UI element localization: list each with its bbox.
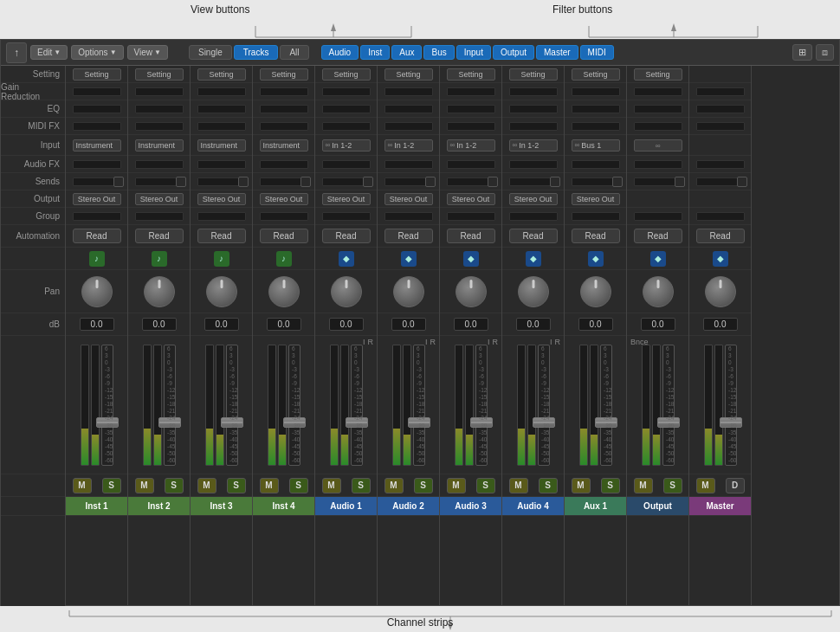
mute-button-inst4[interactable]: M xyxy=(260,478,279,493)
view-all-button[interactable]: All xyxy=(280,45,308,60)
setting-button-output1[interactable]: Setting xyxy=(634,68,682,81)
sends-checkbox-master1[interactable] xyxy=(737,177,747,187)
output-button-audio3[interactable]: Stereo Out xyxy=(447,193,495,205)
mute-button-audio1[interactable]: M xyxy=(322,478,341,493)
track-icon-master1[interactable]: ◆ xyxy=(713,251,728,267)
sends-checkbox-aux1[interactable] xyxy=(612,177,623,187)
db-display-master1[interactable]: 0.0 xyxy=(703,318,738,331)
sends-checkbox-output1[interactable] xyxy=(675,177,685,187)
track-icon-inst1[interactable]: ♪ xyxy=(89,251,105,267)
filter-input-button[interactable]: Input xyxy=(456,45,491,60)
mute-button-inst3[interactable]: M xyxy=(197,478,216,493)
pan-knob-audio2[interactable] xyxy=(393,276,424,307)
automation-button-inst3[interactable]: Read xyxy=(197,229,246,243)
solo-button-inst1[interactable]: S xyxy=(102,478,121,493)
input-button-inst2[interactable]: Instrument xyxy=(135,139,184,152)
mute-button-output1[interactable]: M xyxy=(634,478,653,493)
solo-button-inst3[interactable]: S xyxy=(227,478,246,493)
db-display-audio1[interactable]: 0.0 xyxy=(329,318,364,331)
solo-button-inst4[interactable]: S xyxy=(289,478,308,493)
output-button-inst4[interactable]: Stereo Out xyxy=(260,193,308,205)
solo-button-output1[interactable]: S xyxy=(663,478,682,493)
mute-button-aux1[interactable]: M xyxy=(572,478,591,493)
pan-knob-output1[interactable] xyxy=(643,276,674,307)
output-button-inst2[interactable]: Stereo Out xyxy=(135,193,184,205)
track-icon-output1[interactable]: ◆ xyxy=(650,251,666,267)
automation-button-output1[interactable]: Read xyxy=(634,229,682,243)
track-icon-audio4[interactable]: ◆ xyxy=(526,251,541,267)
track-icon-audio1[interactable]: ◆ xyxy=(339,251,354,267)
pan-knob-inst4[interactable] xyxy=(268,276,300,307)
input-button-output1[interactable]: ∞ xyxy=(634,139,682,152)
solo-button-audio1[interactable]: S xyxy=(352,478,371,493)
output-button-audio1[interactable]: Stereo Out xyxy=(322,193,371,205)
db-display-audio4[interactable]: 0.0 xyxy=(516,318,551,331)
up-arrow-button[interactable]: ↑ xyxy=(6,42,27,63)
track-icon-inst2[interactable]: ♪ xyxy=(152,251,167,267)
setting-button-audio2[interactable]: Setting xyxy=(384,68,433,81)
db-display-output1[interactable]: 0.0 xyxy=(641,318,675,331)
view-tracks-button[interactable]: Tracks xyxy=(234,45,279,60)
pan-knob-audio3[interactable] xyxy=(456,276,487,307)
sends-checkbox-audio2[interactable] xyxy=(425,177,436,187)
output-button-inst3[interactable]: Stereo Out xyxy=(197,193,246,205)
sends-checkbox-inst1[interactable] xyxy=(113,177,124,187)
solo-button-audio3[interactable]: S xyxy=(476,478,495,493)
output-button-inst1[interactable]: Stereo Out xyxy=(73,193,121,205)
sends-checkbox-audio1[interactable] xyxy=(363,177,373,187)
setting-button-audio1[interactable]: Setting xyxy=(322,68,371,81)
mute-button-audio4[interactable]: M xyxy=(509,478,528,493)
automation-button-master1[interactable]: Read xyxy=(696,229,745,243)
mute-button-master1[interactable]: M xyxy=(696,478,715,493)
automation-button-inst2[interactable]: Read xyxy=(135,229,184,243)
mute-button-inst2[interactable]: M xyxy=(135,478,154,493)
track-icon-inst3[interactable]: ♪ xyxy=(214,251,229,267)
view-single-button[interactable]: Single xyxy=(189,45,232,60)
pan-knob-aux1[interactable] xyxy=(580,276,611,307)
sends-checkbox-inst2[interactable] xyxy=(176,177,186,187)
db-display-audio2[interactable]: 0.0 xyxy=(391,318,426,331)
track-icon-audio3[interactable]: ◆ xyxy=(463,251,479,267)
solo-button-audio2[interactable]: S xyxy=(414,478,433,493)
sends-checkbox-audio3[interactable] xyxy=(488,177,498,187)
solo-button-inst2[interactable]: S xyxy=(165,478,184,493)
automation-button-inst4[interactable]: Read xyxy=(260,229,308,243)
automation-button-audio4[interactable]: Read xyxy=(509,229,558,243)
db-display-inst3[interactable]: 0.0 xyxy=(204,318,239,331)
setting-button-inst4[interactable]: Setting xyxy=(260,68,308,81)
pan-knob-master1[interactable] xyxy=(705,276,736,307)
output-button-aux1[interactable]: Stereo Out xyxy=(572,193,620,205)
db-display-aux1[interactable]: 0.0 xyxy=(578,318,613,331)
db-display-audio3[interactable]: 0.0 xyxy=(454,318,488,331)
db-display-inst4[interactable]: 0.0 xyxy=(267,318,301,331)
setting-button-inst2[interactable]: Setting xyxy=(135,68,184,81)
track-icon-aux1[interactable]: ◆ xyxy=(588,251,604,267)
db-display-inst2[interactable]: 0.0 xyxy=(142,318,177,331)
input-button-audio1[interactable]: ∞ In 1-2 xyxy=(322,139,371,152)
input-button-inst3[interactable]: Instrument xyxy=(197,139,246,152)
pan-knob-inst2[interactable] xyxy=(144,276,175,307)
filter-audio-button[interactable]: Audio xyxy=(321,45,359,60)
pan-knob-inst1[interactable] xyxy=(81,276,113,307)
filter-master-button[interactable]: Master xyxy=(536,45,578,60)
edit-button[interactable]: Edit ▼ xyxy=(30,45,68,60)
setting-button-inst1[interactable]: Setting xyxy=(73,68,121,81)
automation-button-audio3[interactable]: Read xyxy=(447,229,495,243)
solo-button-aux1[interactable]: S xyxy=(601,478,620,493)
mute-button-audio3[interactable]: M xyxy=(447,478,466,493)
d-button-master1[interactable]: D xyxy=(726,478,745,493)
output-button-audio4[interactable]: Stereo Out xyxy=(509,193,558,205)
filter-aux-button[interactable]: Aux xyxy=(391,45,422,60)
sends-checkbox-inst3[interactable] xyxy=(238,177,249,187)
filter-midi-button[interactable]: MIDI xyxy=(580,45,614,60)
filter-bus-button[interactable]: Bus xyxy=(423,45,454,60)
setting-button-audio4[interactable]: Setting xyxy=(509,68,558,81)
automation-button-inst1[interactable]: Read xyxy=(73,229,121,243)
automation-button-audio2[interactable]: Read xyxy=(384,229,433,243)
grid-view-button[interactable]: ⊞ xyxy=(792,44,812,61)
setting-button-aux1[interactable]: Setting xyxy=(572,68,620,81)
track-icon-audio2[interactable]: ◆ xyxy=(401,251,417,267)
split-view-button[interactable]: ⧈ xyxy=(816,44,834,61)
input-button-audio3[interactable]: ∞ In 1-2 xyxy=(447,139,495,152)
input-button-audio4[interactable]: ∞ In 1-2 xyxy=(509,139,558,152)
